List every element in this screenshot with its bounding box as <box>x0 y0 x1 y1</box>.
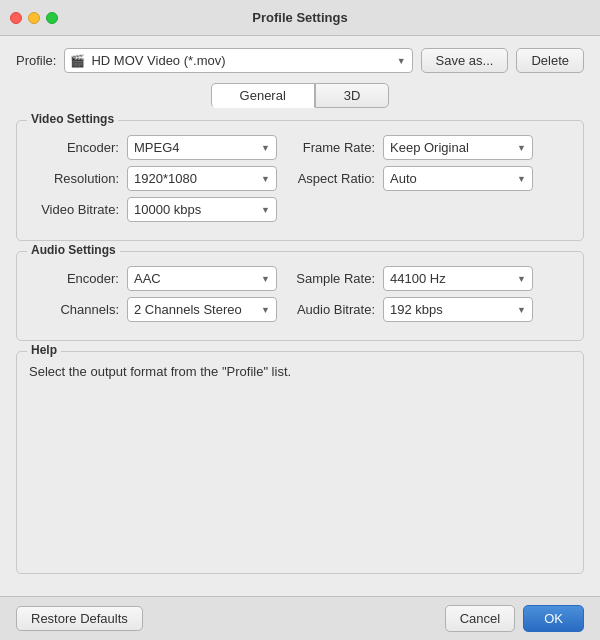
traffic-lights <box>10 12 58 24</box>
video-icon: 🎬 <box>70 54 85 68</box>
profile-select[interactable]: HD MOV Video (*.mov) <box>64 48 412 73</box>
video-row-3: Video Bitrate: 10000 kbps 8000 kbps 5000… <box>29 197 571 222</box>
minimize-button[interactable] <box>28 12 40 24</box>
audio-settings-section: Audio Settings Encoder: AAC MP3 AC3 Samp… <box>16 251 584 341</box>
main-content: Profile: 🎬 HD MOV Video (*.mov) Save as.… <box>0 36 600 596</box>
framerate-label: Frame Rate: <box>285 140 375 155</box>
videobitrate-label: Video Bitrate: <box>29 202 119 217</box>
window-title: Profile Settings <box>252 10 347 25</box>
audio-row-2: Channels: 2 Channels Stereo Stereo Mono … <box>29 297 571 322</box>
delete-button[interactable]: Delete <box>516 48 584 73</box>
samplerate-label: Sample Rate: <box>285 271 375 286</box>
help-title: Help <box>27 343 61 357</box>
bottom-bar: Restore Defaults Cancel OK <box>0 596 600 640</box>
encoder-select[interactable]: MPEG4 H.264 H.265 <box>127 135 277 160</box>
audio-row-1: Encoder: AAC MP3 AC3 Sample Rate: 44100 … <box>29 266 571 291</box>
encoder-select-wrapper: MPEG4 H.264 H.265 <box>127 135 277 160</box>
video-row-2: Resolution: 1920*1080 1280*720 640*480 A… <box>29 166 571 191</box>
aspectratio-select[interactable]: Auto 4:3 16:9 <box>383 166 533 191</box>
samplerate-select[interactable]: 44100 Hz 48000 Hz 22050 Hz <box>383 266 533 291</box>
audiobitrate-select-wrapper: 192 kbps 128 kbps 256 kbps <box>383 297 533 322</box>
bottom-right-buttons: Cancel OK <box>445 605 584 632</box>
video-settings-title: Video Settings <box>27 112 118 126</box>
channels-select-wrapper: 2 Channels Stereo Stereo Mono <box>127 297 277 322</box>
profile-row: Profile: 🎬 HD MOV Video (*.mov) Save as.… <box>16 48 584 73</box>
title-bar: Profile Settings <box>0 0 600 36</box>
maximize-button[interactable] <box>46 12 58 24</box>
audiobitrate-label: Audio Bitrate: <box>285 302 375 317</box>
resolution-select[interactable]: 1920*1080 1280*720 640*480 <box>127 166 277 191</box>
tab-general[interactable]: General <box>211 83 315 108</box>
video-row-1: Encoder: MPEG4 H.264 H.265 Frame Rate: K… <box>29 135 571 160</box>
tab-bar: General 3D <box>16 83 584 108</box>
encoder-label: Encoder: <box>29 140 119 155</box>
audio-encoder-select[interactable]: AAC MP3 AC3 <box>127 266 277 291</box>
help-section: Help Select the output format from the "… <box>16 351 584 574</box>
audio-settings-title: Audio Settings <box>27 243 120 257</box>
aspectratio-select-wrapper: Auto 4:3 16:9 <box>383 166 533 191</box>
close-button[interactable] <box>10 12 22 24</box>
ok-button[interactable]: OK <box>523 605 584 632</box>
audio-encoder-select-wrapper: AAC MP3 AC3 <box>127 266 277 291</box>
videobitrate-select-wrapper: 10000 kbps 8000 kbps 5000 kbps <box>127 197 277 222</box>
profile-label: Profile: <box>16 53 56 68</box>
video-settings-section: Video Settings Encoder: MPEG4 H.264 H.26… <box>16 120 584 241</box>
profile-select-wrapper: 🎬 HD MOV Video (*.mov) <box>64 48 412 73</box>
framerate-select-wrapper: Keep Original 24 30 <box>383 135 533 160</box>
samplerate-select-wrapper: 44100 Hz 48000 Hz 22050 Hz <box>383 266 533 291</box>
audio-encoder-label: Encoder: <box>29 271 119 286</box>
videobitrate-select[interactable]: 10000 kbps 8000 kbps 5000 kbps <box>127 197 277 222</box>
cancel-button[interactable]: Cancel <box>445 605 515 632</box>
channels-label: Channels: <box>29 302 119 317</box>
channels-select[interactable]: 2 Channels Stereo Stereo Mono <box>127 297 277 322</box>
framerate-select[interactable]: Keep Original 24 30 <box>383 135 533 160</box>
resolution-label: Resolution: <box>29 171 119 186</box>
audiobitrate-select[interactable]: 192 kbps 128 kbps 256 kbps <box>383 297 533 322</box>
aspectratio-label: Aspect Ratio: <box>285 171 375 186</box>
save-as-button[interactable]: Save as... <box>421 48 509 73</box>
tab-3d[interactable]: 3D <box>315 83 390 108</box>
restore-defaults-button[interactable]: Restore Defaults <box>16 606 143 631</box>
resolution-select-wrapper: 1920*1080 1280*720 640*480 <box>127 166 277 191</box>
help-text: Select the output format from the "Profi… <box>29 364 571 379</box>
